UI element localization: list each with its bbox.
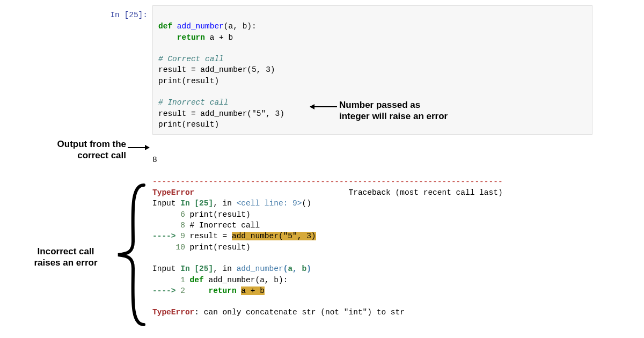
arrow-icon: [310, 106, 337, 107]
code-line-1: def add_number(a, b):: [158, 22, 257, 31]
error-separator: ----------------------------------------…: [152, 178, 503, 186]
arrow-icon: [128, 147, 149, 148]
code-line-5: print(result): [158, 77, 219, 85]
input-prompt-label: In [25]:: [94, 10, 148, 20]
tb-func-line-1: 1 def add_number(a, b):: [152, 276, 288, 284]
annotation-number-passed: Number passed asinteger will raise an er…: [339, 99, 473, 122]
traceback-label: Traceback (most recent call last): [348, 188, 502, 197]
code-comment-incorrect: # Inorrect call: [158, 98, 229, 107]
tb-func-line-2: ----> 2 return a + b: [152, 286, 265, 295]
code-comment-correct: # Correct call: [158, 55, 224, 63]
error-final: TypeError: can only concatenate str (not…: [152, 308, 405, 317]
traceback-loc-1: Input In [25], in <cell line: 9>(): [152, 199, 311, 208]
code-line-8: print(result): [158, 120, 219, 129]
output-area: 8 --------------------------------------…: [152, 144, 592, 318]
brace-icon: [112, 182, 149, 327]
traceback-loc-2: Input In [25], in add_number(a, b): [152, 264, 311, 273]
error-header-row: TypeError Traceback (most recent call la…: [152, 188, 503, 197]
annotation-incorrect-call: Incorrect callraises an error: [24, 246, 107, 269]
tb-line-8: 8 # Inorrect call: [152, 221, 260, 230]
tb-line-10: 10 print(result): [152, 243, 251, 252]
code-line-4: result = add_number(5, 3): [158, 65, 275, 74]
annotation-output-correct: Output from the correct call: [40, 138, 126, 161]
code-line-2: return a + b: [158, 33, 233, 42]
code-line-7: result = add_number("5", 3): [158, 109, 284, 118]
tb-line-9: ----> 9 result = add_number("5", 3): [152, 232, 316, 240]
output-correct-result: 8: [152, 156, 157, 164]
error-name: TypeError: [152, 188, 194, 197]
tb-line-6: 6 print(result): [152, 210, 251, 219]
